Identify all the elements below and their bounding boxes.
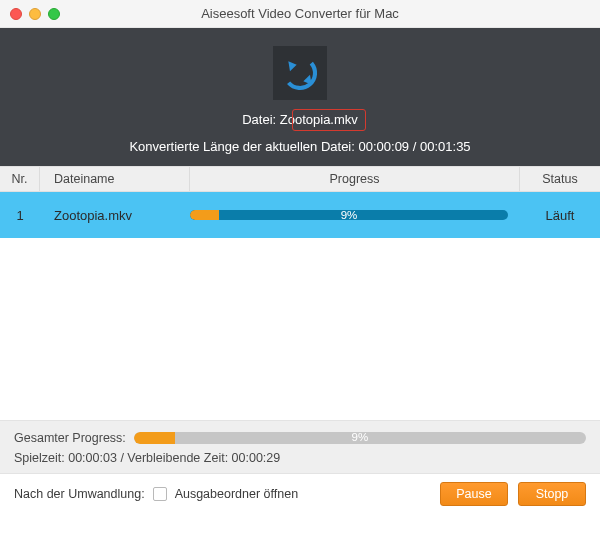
window-controls: [10, 8, 60, 20]
after-conversion: Nach der Umwandlung: Ausgabeordner öffne…: [14, 487, 298, 501]
elapsed-time: 00:00:09: [359, 139, 410, 154]
overall-progress-row: Gesamter Progress: 9%: [14, 431, 586, 445]
col-header-status: Status: [520, 167, 600, 191]
row-progress: 9%: [190, 210, 520, 220]
hero-panel: Datei: Zootopia.mkv Konvertierte Länge d…: [0, 28, 600, 166]
file-label: Datei:: [242, 112, 276, 127]
converted-length: Konvertierte Länge der aktuellen Datei: …: [129, 139, 470, 154]
remaining: 00:00:29: [232, 451, 281, 465]
row-status: Läuft: [520, 192, 600, 238]
overall-progress-pct: 9%: [134, 432, 586, 443]
progress-bar: 9%: [190, 210, 508, 220]
table-header: Nr. Dateiname Progress Status: [0, 166, 600, 192]
col-header-progress: Progress: [190, 167, 520, 191]
window-title: Aiseesoft Video Converter für Mac: [0, 6, 600, 21]
convert-icon: [273, 46, 327, 100]
row-filename: Zootopia.mkv: [40, 192, 190, 238]
stop-button[interactable]: Stopp: [518, 482, 586, 506]
open-folder-label: Ausgabeordner öffnen: [175, 487, 298, 501]
table-row[interactable]: 1 Zootopia.mkv 9% Läuft: [0, 192, 600, 238]
svg-marker-2: [303, 75, 311, 85]
close-icon[interactable]: [10, 8, 22, 20]
col-header-nr: Nr.: [0, 167, 40, 191]
elapsed: 00:00:03: [68, 451, 117, 465]
svg-marker-1: [288, 61, 296, 71]
footer: Nach der Umwandlung: Ausgabeordner öffne…: [0, 474, 600, 514]
titlebar: Aiseesoft Video Converter für Mac: [0, 0, 600, 28]
pause-button[interactable]: Pause: [440, 482, 508, 506]
open-folder-checkbox[interactable]: [153, 487, 167, 501]
overall-label: Gesamter Progress:: [14, 431, 126, 445]
minimize-icon[interactable]: [29, 8, 41, 20]
summary-panel: Gesamter Progress: 9% Spielzeit: 00:00:0…: [0, 420, 600, 474]
col-header-name: Dateiname: [40, 167, 190, 191]
time-line: Spielzeit: 00:00:03 / Verbleibende Zeit:…: [14, 451, 586, 465]
row-nr: 1: [0, 192, 40, 238]
after-label: Nach der Umwandlung:: [14, 487, 145, 501]
empty-area: [0, 238, 600, 420]
progress-pct: 9%: [190, 210, 508, 220]
total-time: 00:01:35: [420, 139, 471, 154]
current-file: Datei: Zootopia.mkv: [242, 112, 358, 127]
overall-progress-bar: 9%: [134, 432, 586, 444]
file-name: Zootopia.mkv: [280, 112, 358, 127]
svg-point-0: [280, 53, 320, 93]
zoom-icon[interactable]: [48, 8, 60, 20]
